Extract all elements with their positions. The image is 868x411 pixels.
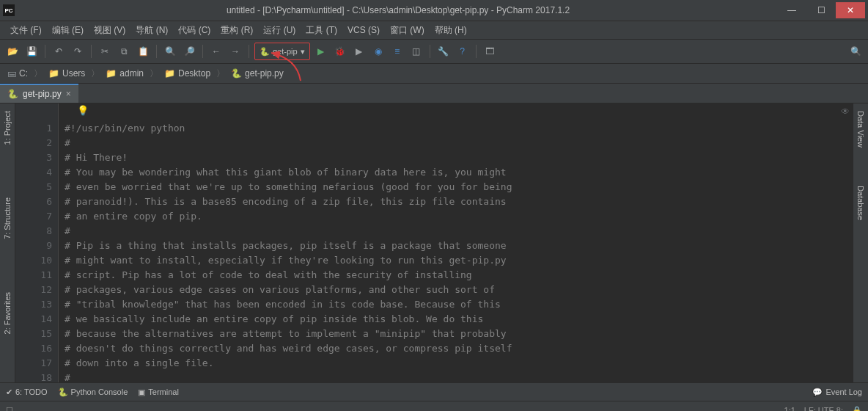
menu-view[interactable]: 视图 (V) xyxy=(89,23,130,38)
save-icon[interactable]: 💾 xyxy=(23,43,40,59)
back-icon[interactable]: ← xyxy=(208,43,224,59)
redo-icon[interactable]: ↷ xyxy=(70,43,86,59)
search-everywhere-icon[interactable]: 🔍 xyxy=(847,43,864,59)
line-number: 16 xyxy=(15,341,52,356)
debug-icon[interactable]: 🐞 xyxy=(332,43,348,59)
menu-edit[interactable]: 编辑 (E) xyxy=(48,23,88,38)
editor[interactable]: 123456789101112131415161718 💡 #!/usr/bin… xyxy=(15,103,853,382)
line-number: 18 xyxy=(15,371,52,382)
code-line: # xyxy=(65,136,847,150)
line-number: 1 xyxy=(15,121,52,136)
run-config-selector[interactable]: 🐍 get-pip ▾ xyxy=(254,43,310,60)
menu-help[interactable]: 帮助 (H) xyxy=(430,23,471,38)
crumb-admin[interactable]: 📁admin xyxy=(103,67,147,80)
help-icon[interactable]: ? xyxy=(455,43,471,59)
line-number: 6 xyxy=(15,194,52,209)
main-area: 1: Project 7: Structure 2: Favorites 123… xyxy=(0,103,868,382)
line-number: 9 xyxy=(15,239,52,253)
tool-dataview[interactable]: Data View xyxy=(855,106,867,152)
breadcrumb: 🖴C: 〉 📁Users 〉 📁admin 〉 📁Desktop 〉 🐍get-… xyxy=(0,64,868,84)
menu-refactor[interactable]: 重构 (R) xyxy=(216,23,257,38)
settings-icon[interactable]: 🔧 xyxy=(435,43,452,59)
tool-python-console[interactable]: 🐍Python Console xyxy=(58,388,128,397)
folder-icon: 📁 xyxy=(164,68,175,79)
line-number: 17 xyxy=(15,356,52,371)
code-line: # Hi There! xyxy=(65,150,847,165)
code-line: # "tribal knowledge" that has been encod… xyxy=(65,297,847,312)
separator xyxy=(156,45,157,58)
bulb-icon[interactable]: 💡 xyxy=(77,103,89,118)
crumb-desktop[interactable]: 📁Desktop xyxy=(161,67,213,80)
code-line: # we basically include an entire copy of… xyxy=(65,312,847,327)
python-icon: 🐍 xyxy=(231,68,242,79)
attach-icon[interactable]: ◉ xyxy=(370,43,386,59)
menu-tools[interactable]: 工具 (T) xyxy=(301,23,342,38)
tool-todo[interactable]: ✔6: TODO xyxy=(6,388,48,397)
line-number: 14 xyxy=(15,312,52,327)
line-number: 3 xyxy=(15,150,52,165)
forward-icon[interactable]: → xyxy=(227,43,243,59)
lock-icon[interactable]: 🔒 xyxy=(852,406,862,412)
menubar: 文件 (F) 编辑 (E) 视图 (V) 导航 (N) 代码 (C) 重构 (R… xyxy=(0,21,868,40)
code-line: # down into a single file. xyxy=(65,356,847,371)
run-icon[interactable]: ▶ xyxy=(313,43,329,59)
tab-label: get-pip.py xyxy=(23,89,62,99)
line-number: 15 xyxy=(15,327,52,341)
open-icon[interactable]: 📂 xyxy=(4,43,21,59)
close-button[interactable]: ✕ xyxy=(836,2,865,18)
tool-terminal[interactable]: ▣Terminal xyxy=(138,388,179,397)
run-with-coverage-icon[interactable]: ▶ xyxy=(351,43,367,59)
status-hide-icon[interactable]: ☐ xyxy=(6,406,13,412)
menu-run[interactable]: 运行 (U) xyxy=(259,23,300,38)
code-line: # doesn't do things correctly and has we… xyxy=(65,341,847,356)
menu-vcs[interactable]: VCS (S) xyxy=(343,23,384,37)
crumb-file[interactable]: 🐍get-pip.py xyxy=(228,67,287,80)
window-title: untitled - [D:\Pycharm\untitled] - C:\Us… xyxy=(19,5,777,15)
chevron-right-icon: 〉 xyxy=(91,68,100,80)
tab-get-pip[interactable]: 🐍 get-pip.py × xyxy=(0,84,78,103)
find-icon[interactable]: 🔍 xyxy=(162,43,178,59)
menu-window[interactable]: 窗口 (W) xyxy=(386,23,429,38)
todo-icon: ✔ xyxy=(6,388,12,397)
undo-icon[interactable]: ↶ xyxy=(51,43,67,59)
minimize-button[interactable]: — xyxy=(777,2,806,18)
crumb-users[interactable]: 📁Users xyxy=(45,67,88,80)
line-number: 13 xyxy=(15,297,52,312)
tool-structure[interactable]: 7: Structure xyxy=(1,193,13,244)
chevron-down-icon: ▾ xyxy=(301,47,305,57)
code-line: # xyxy=(65,371,847,382)
cut-icon[interactable]: ✂ xyxy=(97,43,113,59)
code-line: # Pip is a thing that installs packages,… xyxy=(65,239,847,253)
code-area[interactable]: 💡 #!/usr/bin/env python## Hi There!# You… xyxy=(59,103,853,382)
profile-icon[interactable]: ◫ xyxy=(408,43,424,59)
separator xyxy=(45,45,45,58)
tool-eventlog[interactable]: 💬Event Log xyxy=(812,388,862,397)
menu-navigate[interactable]: 导航 (N) xyxy=(131,23,172,38)
copy-icon[interactable]: ⧉ xyxy=(116,43,132,59)
crumb-drive[interactable]: 🖴C: xyxy=(4,67,31,80)
line-number: 5 xyxy=(15,180,52,194)
tool-database[interactable]: Database xyxy=(855,181,867,225)
code-line: # paranoid!). This is a base85 encoding … xyxy=(65,194,847,209)
close-tab-icon[interactable]: × xyxy=(66,89,71,99)
code-line: # xyxy=(65,224,847,239)
separator xyxy=(249,45,249,58)
stop-icon[interactable]: ≡ xyxy=(389,43,405,59)
maximize-button[interactable]: ☐ xyxy=(806,2,836,18)
tool-project[interactable]: 1: Project xyxy=(1,106,13,149)
menu-code[interactable]: 代码 (C) xyxy=(174,23,215,38)
sciview-icon[interactable]: 🗔 xyxy=(482,43,498,59)
chevron-right-icon: 〉 xyxy=(216,68,225,80)
paste-icon[interactable]: 📋 xyxy=(135,43,151,59)
code-line: # an entire copy of pip. xyxy=(65,209,847,224)
run-config-label: get-pip xyxy=(273,47,298,56)
separator xyxy=(202,45,203,58)
python-icon: 🐍 xyxy=(58,388,68,397)
code-line: # might want to install, especially if t… xyxy=(65,253,847,268)
titlebar: PC untitled - [D:\Pycharm\untitled] - C:… xyxy=(0,0,868,21)
inspections-eye-icon[interactable]: 👁 xyxy=(841,106,850,117)
line-number: 10 xyxy=(15,253,52,268)
tool-favorites[interactable]: 2: Favorites xyxy=(1,288,13,338)
menu-file[interactable]: 文件 (F) xyxy=(6,23,46,38)
replace-icon[interactable]: 🔎 xyxy=(181,43,197,59)
